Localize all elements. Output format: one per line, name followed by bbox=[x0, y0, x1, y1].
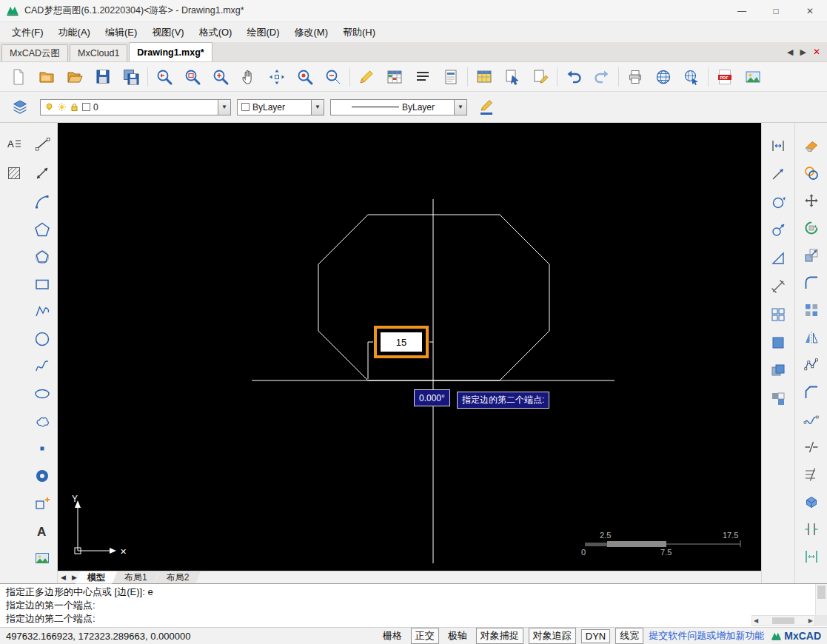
zoom-dynamic-button[interactable] bbox=[263, 64, 291, 90]
scale-reference-button[interactable] bbox=[764, 216, 792, 244]
line-button[interactable] bbox=[28, 129, 56, 158]
polygon-button[interactable] bbox=[28, 215, 56, 243]
mirror-button[interactable] bbox=[797, 323, 826, 351]
close-button[interactable]: ✕ bbox=[793, 0, 827, 22]
spline-button[interactable] bbox=[28, 352, 56, 380]
color-dropdown-arrow-icon[interactable]: ▼ bbox=[311, 100, 324, 115]
scale-button[interactable] bbox=[797, 241, 826, 269]
tab-mxcad-cloud[interactable]: MxCAD云图 bbox=[1, 44, 68, 61]
web-publish-button[interactable] bbox=[649, 64, 677, 90]
maximize-button[interactable]: □ bbox=[759, 0, 793, 22]
menu-format[interactable]: 格式(O) bbox=[192, 24, 240, 41]
scroll-right-icon[interactable]: ▶ bbox=[808, 614, 813, 628]
length-value[interactable]: 15 bbox=[381, 332, 422, 352]
toggle-otrack[interactable]: 对象追踪 bbox=[529, 628, 576, 644]
tab-scroll-right-icon[interactable]: ▶ bbox=[800, 47, 806, 57]
align-button[interactable] bbox=[797, 543, 826, 570]
command-vertical-scrollbar[interactable] bbox=[815, 584, 827, 615]
layer-manager-button[interactable] bbox=[6, 95, 34, 120]
export-pdf-button[interactable]: PDF bbox=[711, 64, 739, 90]
circle-button[interactable] bbox=[28, 325, 56, 352]
box-3d-button[interactable] bbox=[797, 488, 826, 515]
group-button[interactable] bbox=[764, 385, 792, 413]
menu-draw[interactable]: 绘图(D) bbox=[239, 24, 287, 41]
layout-tab-model[interactable]: 模型 bbox=[76, 571, 117, 584]
linetype-dropdown-arrow-icon[interactable]: ▼ bbox=[454, 100, 466, 115]
layout-scroll-left-icon[interactable]: ◀ bbox=[58, 574, 69, 581]
toggle-polar[interactable]: 极轴 bbox=[444, 628, 471, 643]
layer-combobox[interactable]: 0 ▼ bbox=[40, 99, 231, 115]
feedback-link[interactable]: 提交软件问题或增加新功能 bbox=[649, 629, 764, 643]
construction-line-button[interactable] bbox=[28, 158, 56, 188]
lengthen-button[interactable] bbox=[764, 272, 792, 301]
zoom-previous-button[interactable] bbox=[150, 64, 178, 90]
toggle-ortho[interactable]: 正交 bbox=[411, 628, 439, 644]
zoom-out-button[interactable] bbox=[319, 64, 347, 90]
polyline-edit-button[interactable] bbox=[797, 351, 826, 378]
new-file-button[interactable] bbox=[4, 64, 33, 90]
drawing-canvas[interactable]: Y ✕ 2.5 17.5 0 7.5 15 0.000° 指定边的第二个端点 bbox=[58, 123, 761, 571]
print-button[interactable] bbox=[621, 64, 649, 90]
join-button[interactable] bbox=[797, 515, 826, 543]
command-horizontal-scrollbar[interactable]: ◀ ▶ bbox=[751, 615, 815, 626]
spline-edit-button[interactable] bbox=[797, 406, 826, 433]
page-setup-button[interactable] bbox=[437, 64, 465, 90]
redo-button[interactable] bbox=[588, 64, 616, 90]
pan-button[interactable] bbox=[235, 64, 263, 90]
region-button[interactable] bbox=[764, 329, 792, 357]
revision-cloud-button[interactable] bbox=[28, 407, 56, 435]
scroll-left-icon[interactable]: ◀ bbox=[754, 614, 758, 628]
text-format-button[interactable]: A bbox=[0, 129, 28, 158]
save-button[interactable] bbox=[89, 64, 117, 90]
tab-close-icon[interactable]: ✕ bbox=[813, 47, 820, 57]
tab-drawing1[interactable]: Drawing1.mxg* bbox=[129, 42, 212, 61]
menu-view[interactable]: 视图(V) bbox=[144, 24, 191, 41]
zoom-extents-button[interactable] bbox=[291, 64, 319, 90]
block-insert-button[interactable] bbox=[28, 489, 56, 517]
copy-button[interactable] bbox=[797, 159, 826, 187]
undo-button[interactable] bbox=[560, 64, 588, 90]
arc-button[interactable] bbox=[28, 188, 56, 215]
ellipse-button[interactable] bbox=[28, 380, 56, 407]
linetype-combobox[interactable]: ByLayer ▼ bbox=[330, 99, 467, 115]
match-properties-button[interactable] bbox=[473, 95, 501, 120]
minimize-button[interactable]: — bbox=[725, 0, 759, 22]
move-button[interactable] bbox=[797, 187, 826, 214]
taper-button[interactable] bbox=[764, 244, 792, 272]
insert-table-button[interactable] bbox=[470, 64, 498, 90]
color-combobox[interactable]: ByLayer ▼ bbox=[237, 99, 324, 115]
menu-file[interactable]: 文件(F) bbox=[4, 24, 51, 41]
rotate-reference-button[interactable] bbox=[764, 188, 792, 216]
insert-image-button[interactable] bbox=[739, 64, 767, 90]
save-as-button[interactable] bbox=[117, 64, 145, 90]
text-style-button[interactable] bbox=[409, 64, 437, 90]
break-button[interactable] bbox=[797, 433, 826, 460]
select-copy-button[interactable] bbox=[498, 64, 526, 90]
chamfer-button[interactable] bbox=[797, 378, 826, 406]
menu-edit[interactable]: 编辑(E) bbox=[98, 24, 144, 41]
polygon-inscribed-button[interactable] bbox=[28, 243, 56, 270]
tab-mxcloud1[interactable]: MxCloud1 bbox=[70, 44, 127, 61]
open-folder-button[interactable] bbox=[61, 64, 89, 90]
rotate-button[interactable] bbox=[797, 214, 826, 241]
menu-help[interactable]: 帮助(H) bbox=[335, 24, 383, 41]
toggle-grid[interactable]: 栅格 bbox=[379, 628, 406, 643]
array-rect-button[interactable] bbox=[764, 301, 792, 329]
dynamic-input-length-field[interactable]: 15 bbox=[374, 326, 429, 358]
tab-scroll-left-icon[interactable]: ◀ bbox=[787, 47, 793, 57]
scrollbar-thumb[interactable] bbox=[772, 617, 794, 624]
command-line-panel[interactable]: 指定正多边形的中心点或 [边(E)]: e 指定边的第一个端点: 指定边的第二个… bbox=[0, 583, 827, 627]
zoom-in-button[interactable] bbox=[207, 64, 235, 90]
polyline-button[interactable] bbox=[28, 298, 56, 325]
point-button[interactable] bbox=[28, 435, 56, 462]
hatch-button[interactable] bbox=[0, 158, 28, 188]
fillet-button[interactable] bbox=[797, 269, 826, 296]
donut-button[interactable] bbox=[28, 462, 56, 489]
toggle-osnap[interactable]: 对象捕捉 bbox=[476, 628, 523, 644]
copy-object-button[interactable] bbox=[764, 357, 792, 385]
menu-modify[interactable]: 修改(M) bbox=[287, 24, 335, 41]
zoom-window-button[interactable] bbox=[178, 64, 207, 90]
text-button[interactable]: A bbox=[28, 517, 56, 544]
trim-button[interactable] bbox=[797, 460, 826, 488]
array-button[interactable] bbox=[797, 296, 826, 323]
